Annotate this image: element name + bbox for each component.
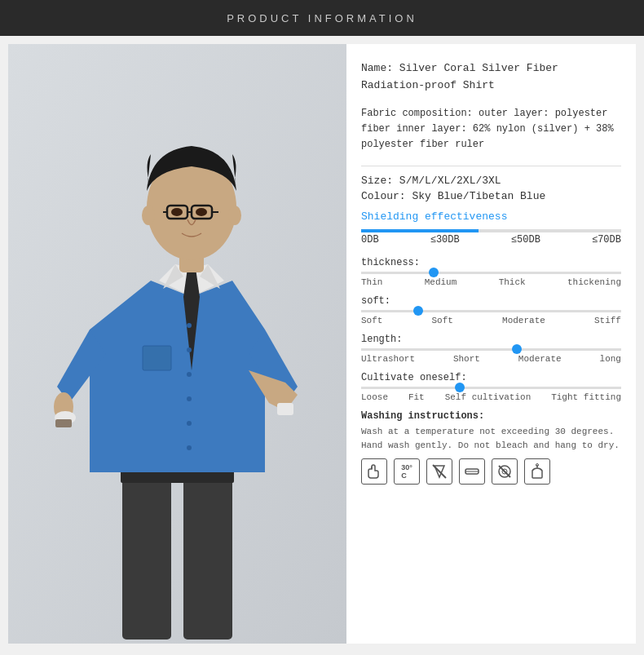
svg-point-15 <box>228 206 241 225</box>
wash-icon-no-tumble <box>492 458 518 485</box>
db-30: ≤30DB <box>430 234 460 246</box>
size-label: Size: <box>361 175 393 187</box>
length-short: Short <box>453 354 480 364</box>
thickness-slider <box>361 272 621 274</box>
soft-slider <box>361 310 621 312</box>
colour-value: Sky Blue/Tibetan Blue <box>412 190 545 202</box>
thickness-thick: Thick <box>499 277 526 287</box>
thickness-track <box>361 272 621 274</box>
soft-section: soft: Soft Soft Moderate Stiff <box>361 295 621 325</box>
cultivate-label: Cultivate oneself: <box>361 372 621 383</box>
cultivate-indicator <box>455 383 465 392</box>
svg-rect-24 <box>277 403 293 415</box>
main-content: Name: Silver Coral Silver Fiber Radiatio… <box>8 44 636 644</box>
cultivate-self: Self cultivation <box>445 392 532 402</box>
product-name: Name: Silver Coral Silver Fiber Radiatio… <box>361 60 621 95</box>
db-70: ≤70DB <box>592 234 621 246</box>
fabric-label: Fabric composition: <box>361 108 473 119</box>
soft-soft2: Soft <box>432 316 453 325</box>
header-bar: PRODUCT INFORMATION <box>0 0 644 36</box>
soft-soft1: Soft <box>361 316 382 325</box>
wash-icon-temp: 30°C <box>394 458 420 485</box>
svg-point-18 <box>187 347 192 352</box>
svg-rect-1 <box>122 476 171 640</box>
washing-icons: 30°C <box>361 458 621 485</box>
soft-moderate: Moderate <box>502 316 545 325</box>
thickness-section: thickness: Thin Medium Thick thickening <box>361 257 621 287</box>
length-track <box>361 348 621 351</box>
svg-point-19 <box>187 372 192 377</box>
thickness-medium: Medium <box>425 277 457 287</box>
db-labels: 0DB ≤30DB ≤50DB ≤70DB <box>361 234 621 246</box>
soft-indicator <box>413 306 423 316</box>
db-0: 0DB <box>361 234 379 246</box>
cultivate-section: Cultivate oneself: Loose Fit Self cultiv… <box>361 372 621 402</box>
shielding-label: Shielding effectiveness <box>361 210 621 223</box>
svg-point-20 <box>187 396 192 401</box>
thickness-labels: Thin Medium Thick thickening <box>361 277 621 287</box>
page-title: PRODUCT INFORMATION <box>227 12 417 24</box>
svg-point-13 <box>196 208 207 216</box>
db-50: ≤50DB <box>511 234 540 246</box>
soft-stiff: Stiff <box>594 316 621 325</box>
length-ultrashort: Ultrashort <box>361 354 415 364</box>
length-moderate: Moderate <box>518 354 562 364</box>
soft-labels: Soft Soft Moderate Stiff <box>361 316 621 325</box>
cultivate-slider <box>361 387 621 389</box>
cultivate-fit: Fit <box>408 392 425 402</box>
cultivate-tight: Tight fitting <box>551 392 621 402</box>
svg-rect-16 <box>143 346 171 370</box>
svg-point-22 <box>187 445 192 450</box>
svg-point-14 <box>142 206 155 225</box>
wash-icon-hand <box>361 458 387 485</box>
size-info: Size: S/M/L/XL/2XL/3XL <box>361 175 621 187</box>
svg-rect-25 <box>55 419 72 427</box>
length-labels: Ultrashort Short Moderate long <box>361 354 621 364</box>
cultivate-labels: Loose Fit Self cultivation Tight fitting <box>361 392 621 402</box>
washing-text: Wash at a temperature not exceeding 30 d… <box>361 425 621 452</box>
wash-icon-flat-dry <box>459 458 485 485</box>
length-slider <box>361 348 621 351</box>
cultivate-track <box>361 387 621 389</box>
svg-point-17 <box>187 323 192 328</box>
length-section: length: Ultrashort Short Moderate long <box>361 334 621 364</box>
thickness-thin: Thin <box>361 277 382 287</box>
colour-label: Colour: <box>361 190 406 202</box>
size-value: S/M/L/XL/2XL/3XL <box>399 175 501 187</box>
length-indicator <box>512 344 522 354</box>
thickness-indicator <box>429 268 439 277</box>
db-fill <box>361 229 479 232</box>
length-long: long <box>600 354 621 364</box>
svg-point-21 <box>187 421 192 426</box>
wash-icon-hang <box>524 458 550 485</box>
cultivate-loose: Loose <box>361 392 388 402</box>
product-image <box>8 44 346 644</box>
svg-point-12 <box>171 208 183 216</box>
thickness-thickening: thickening <box>567 277 621 287</box>
product-details: Name: Silver Coral Silver Fiber Radiatio… <box>346 44 636 644</box>
colour-info: Colour: Sky Blue/Tibetan Blue <box>361 190 621 202</box>
name-label: Name: <box>361 62 393 74</box>
wash-icon-no-bleach <box>426 458 452 485</box>
fabric-info: Fabric composition: outer layer: polyest… <box>361 106 621 153</box>
soft-label: soft: <box>361 295 621 307</box>
washing-section: Washing instructions: Wash at a temperat… <box>361 410 621 485</box>
db-track <box>361 229 621 232</box>
divider-1 <box>361 166 621 166</box>
svg-rect-2 <box>183 476 232 640</box>
soft-track <box>361 310 621 312</box>
washing-title: Washing instructions: <box>361 410 621 422</box>
thickness-label: thickness: <box>361 257 621 268</box>
length-label: length: <box>361 334 621 345</box>
